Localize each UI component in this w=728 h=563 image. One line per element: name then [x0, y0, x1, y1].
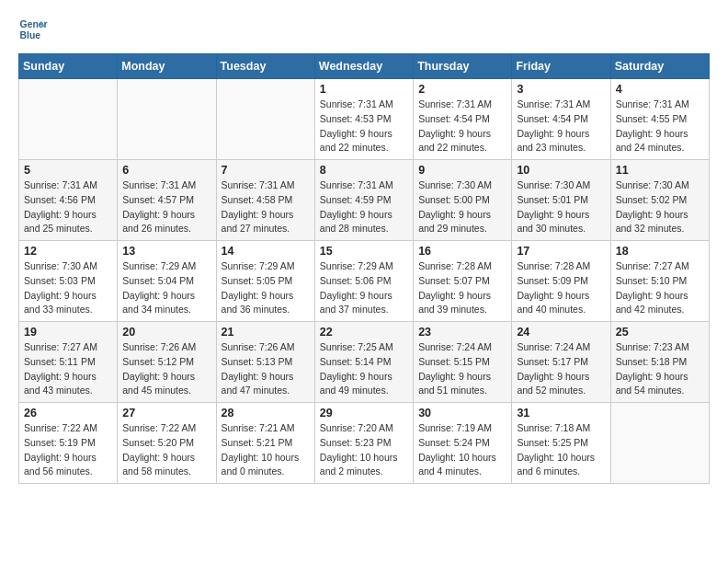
day-cell: 1Sunrise: 7:31 AMSunset: 4:53 PMDaylight… [314, 79, 413, 160]
day-info: Sunrise: 7:27 AMSunset: 5:10 PMDaylight:… [616, 259, 704, 317]
day-info: Sunrise: 7:31 AMSunset: 4:56 PMDaylight:… [24, 178, 112, 236]
day-info: Sunrise: 7:24 AMSunset: 5:17 PMDaylight:… [517, 340, 605, 398]
day-info: Sunrise: 7:30 AMSunset: 5:00 PMDaylight:… [418, 178, 506, 236]
day-number: 3 [517, 83, 605, 96]
day-cell: 24Sunrise: 7:24 AMSunset: 5:17 PMDayligh… [512, 322, 610, 403]
week-row-3: 12Sunrise: 7:30 AMSunset: 5:03 PMDayligh… [19, 241, 710, 322]
weekday-header-row: SundayMondayTuesdayWednesdayThursdayFrid… [19, 54, 710, 79]
day-number: 25 [616, 326, 704, 339]
day-number: 10 [517, 164, 605, 177]
day-number: 17 [517, 245, 605, 258]
day-info: Sunrise: 7:26 AMSunset: 5:13 PMDaylight:… [222, 340, 310, 398]
day-info: Sunrise: 7:27 AMSunset: 5:11 PMDaylight:… [24, 340, 112, 398]
day-cell: 29Sunrise: 7:20 AMSunset: 5:23 PMDayligh… [314, 403, 413, 484]
day-cell: 19Sunrise: 7:27 AMSunset: 5:11 PMDayligh… [19, 322, 118, 403]
day-info: Sunrise: 7:22 AMSunset: 5:20 PMDaylight:… [122, 421, 210, 479]
weekday-wednesday: Wednesday [314, 54, 413, 79]
day-number: 21 [222, 326, 310, 339]
day-number: 31 [517, 407, 605, 419]
day-cell: 27Sunrise: 7:22 AMSunset: 5:20 PMDayligh… [118, 403, 216, 484]
day-cell: 14Sunrise: 7:29 AMSunset: 5:05 PMDayligh… [216, 241, 314, 322]
day-number: 27 [122, 407, 210, 419]
day-info: Sunrise: 7:26 AMSunset: 5:12 PMDaylight:… [122, 340, 210, 398]
day-number: 24 [517, 326, 605, 339]
day-cell: 31Sunrise: 7:18 AMSunset: 5:25 PMDayligh… [512, 403, 610, 484]
day-cell [19, 79, 118, 160]
day-number: 16 [418, 245, 506, 258]
day-cell: 9Sunrise: 7:30 AMSunset: 5:00 PMDaylight… [414, 160, 512, 241]
svg-text:Blue: Blue [20, 30, 41, 40]
day-info: Sunrise: 7:29 AMSunset: 5:05 PMDaylight:… [222, 259, 310, 317]
day-cell: 10Sunrise: 7:30 AMSunset: 5:01 PMDayligh… [512, 160, 610, 241]
weekday-saturday: Saturday [610, 54, 709, 79]
day-number: 28 [222, 407, 310, 419]
day-cell [216, 79, 314, 160]
day-cell: 23Sunrise: 7:24 AMSunset: 5:15 PMDayligh… [414, 322, 512, 403]
week-row-2: 5Sunrise: 7:31 AMSunset: 4:56 PMDaylight… [19, 160, 710, 241]
day-info: Sunrise: 7:23 AMSunset: 5:18 PMDaylight:… [616, 340, 704, 398]
day-cell: 8Sunrise: 7:31 AMSunset: 4:59 PMDaylight… [314, 160, 413, 241]
day-number: 23 [418, 326, 506, 339]
day-number: 26 [24, 407, 112, 419]
day-info: Sunrise: 7:28 AMSunset: 5:07 PMDaylight:… [418, 259, 506, 317]
day-info: Sunrise: 7:24 AMSunset: 5:15 PMDaylight:… [418, 340, 506, 398]
day-cell: 21Sunrise: 7:26 AMSunset: 5:13 PMDayligh… [216, 322, 314, 403]
calendar: SundayMondayTuesdayWednesdayThursdayFrid… [18, 53, 710, 484]
day-number: 19 [24, 326, 112, 339]
day-cell: 13Sunrise: 7:29 AMSunset: 5:04 PMDayligh… [118, 241, 216, 322]
day-number: 8 [320, 164, 408, 177]
day-cell: 20Sunrise: 7:26 AMSunset: 5:12 PMDayligh… [118, 322, 216, 403]
day-number: 14 [222, 245, 310, 258]
day-cell: 17Sunrise: 7:28 AMSunset: 5:09 PMDayligh… [512, 241, 610, 322]
day-info: Sunrise: 7:30 AMSunset: 5:01 PMDaylight:… [517, 178, 605, 236]
day-info: Sunrise: 7:25 AMSunset: 5:14 PMDaylight:… [320, 340, 408, 398]
weekday-sunday: Sunday [19, 54, 118, 79]
day-cell: 2Sunrise: 7:31 AMSunset: 4:54 PMDaylight… [414, 79, 512, 160]
weekday-monday: Monday [118, 54, 216, 79]
day-number: 7 [222, 164, 310, 177]
day-cell: 28Sunrise: 7:21 AMSunset: 5:21 PMDayligh… [216, 403, 314, 484]
day-info: Sunrise: 7:21 AMSunset: 5:21 PMDaylight:… [222, 421, 310, 479]
day-number: 5 [24, 164, 112, 177]
day-number: 2 [418, 83, 506, 96]
weekday-tuesday: Tuesday [216, 54, 314, 79]
day-cell [118, 79, 216, 160]
day-cell: 5Sunrise: 7:31 AMSunset: 4:56 PMDaylight… [19, 160, 118, 241]
day-cell: 16Sunrise: 7:28 AMSunset: 5:07 PMDayligh… [414, 241, 512, 322]
day-number: 18 [616, 245, 704, 258]
day-info: Sunrise: 7:19 AMSunset: 5:24 PMDaylight:… [418, 421, 506, 479]
day-number: 30 [418, 407, 506, 419]
day-number: 15 [320, 245, 408, 258]
week-row-4: 19Sunrise: 7:27 AMSunset: 5:11 PMDayligh… [19, 322, 710, 403]
day-info: Sunrise: 7:29 AMSunset: 5:06 PMDaylight:… [320, 259, 408, 317]
day-info: Sunrise: 7:31 AMSunset: 4:57 PMDaylight:… [122, 178, 210, 236]
week-row-1: 1Sunrise: 7:31 AMSunset: 4:53 PMDaylight… [19, 79, 710, 160]
week-row-5: 26Sunrise: 7:22 AMSunset: 5:19 PMDayligh… [19, 403, 710, 484]
day-info: Sunrise: 7:22 AMSunset: 5:19 PMDaylight:… [24, 421, 112, 479]
day-cell: 22Sunrise: 7:25 AMSunset: 5:14 PMDayligh… [314, 322, 413, 403]
day-cell: 26Sunrise: 7:22 AMSunset: 5:19 PMDayligh… [19, 403, 118, 484]
day-info: Sunrise: 7:29 AMSunset: 5:04 PMDaylight:… [122, 259, 210, 317]
day-number: 1 [320, 83, 408, 96]
day-cell: 7Sunrise: 7:31 AMSunset: 4:58 PMDaylight… [216, 160, 314, 241]
day-cell: 6Sunrise: 7:31 AMSunset: 4:57 PMDaylight… [118, 160, 216, 241]
day-info: Sunrise: 7:30 AMSunset: 5:02 PMDaylight:… [616, 178, 704, 236]
day-number: 12 [24, 245, 112, 258]
day-number: 29 [320, 407, 408, 419]
weekday-thursday: Thursday [414, 54, 512, 79]
day-number: 6 [122, 164, 210, 177]
day-info: Sunrise: 7:31 AMSunset: 4:59 PMDaylight:… [320, 178, 408, 236]
day-info: Sunrise: 7:31 AMSunset: 4:54 PMDaylight:… [517, 98, 605, 155]
day-cell: 4Sunrise: 7:31 AMSunset: 4:55 PMDaylight… [610, 79, 709, 160]
day-cell: 11Sunrise: 7:30 AMSunset: 5:02 PMDayligh… [610, 160, 709, 241]
day-cell: 12Sunrise: 7:30 AMSunset: 5:03 PMDayligh… [19, 241, 118, 322]
day-cell: 3Sunrise: 7:31 AMSunset: 4:54 PMDaylight… [512, 79, 610, 160]
day-cell: 25Sunrise: 7:23 AMSunset: 5:18 PMDayligh… [610, 322, 709, 403]
day-cell: 18Sunrise: 7:27 AMSunset: 5:10 PMDayligh… [610, 241, 709, 322]
day-number: 13 [122, 245, 210, 258]
page: General Blue SundayMondayTuesdayWednesda… [0, 0, 728, 563]
day-number: 20 [122, 326, 210, 339]
day-info: Sunrise: 7:20 AMSunset: 5:23 PMDaylight:… [320, 421, 408, 479]
day-number: 4 [616, 83, 704, 96]
weekday-friday: Friday [512, 54, 610, 79]
